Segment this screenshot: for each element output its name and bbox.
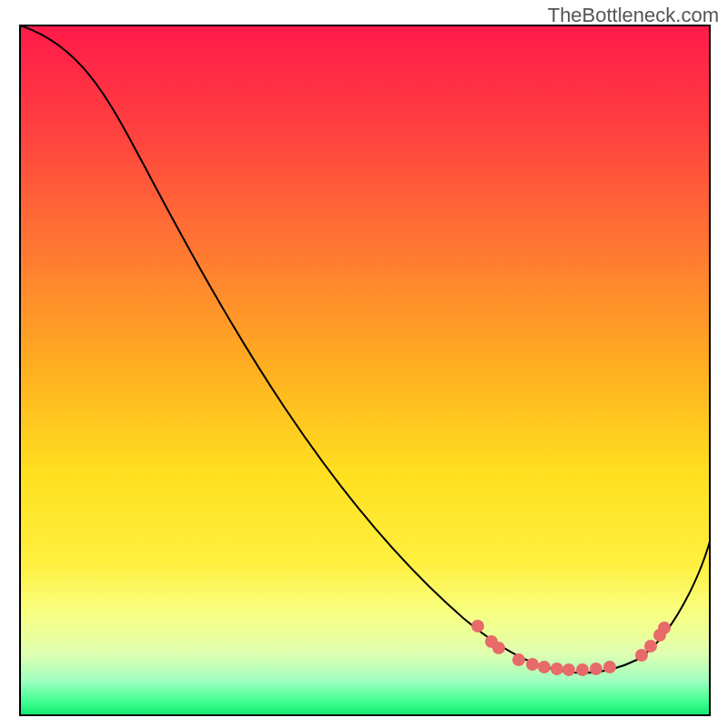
marker-point: [538, 661, 551, 673]
marker-point: [658, 622, 671, 634]
marker-point: [492, 642, 505, 654]
chart-svg: [0, 0, 728, 728]
marker-point: [635, 649, 648, 662]
watermark-text: TheBottleneck.com: [548, 4, 719, 27]
marker-point: [512, 653, 525, 666]
marker-point: [526, 658, 539, 671]
marker-point: [576, 663, 589, 676]
marker-point: [551, 662, 563, 675]
marker-point: [562, 663, 575, 676]
marker-point: [471, 620, 484, 632]
marker-point: [590, 662, 602, 675]
marker-point: [644, 640, 657, 652]
marker-point: [603, 661, 616, 673]
chart-container: TheBottleneck.com: [0, 0, 728, 728]
